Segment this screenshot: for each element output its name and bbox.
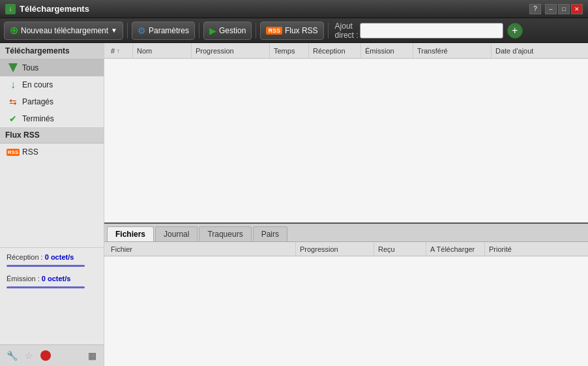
close-button[interactable]: ✕: [571, 4, 583, 14]
help-button[interactable]: ?: [529, 4, 541, 14]
separator-2: [199, 23, 199, 38]
col-emission[interactable]: Émission: [361, 43, 413, 58]
star-icon[interactable]: ☆: [22, 349, 35, 362]
gestion-button[interactable]: ▶ Gestion: [203, 22, 252, 40]
separator-1: [127, 23, 128, 38]
sidebar: Téléchargements Tous ↓ En cours ⇆ Partag…: [0, 43, 104, 366]
sidebar-item-partages[interactable]: ⇆ Partagés: [0, 93, 104, 110]
emission-bar: [7, 286, 85, 288]
sidebar-item-tous-label: Tous: [22, 63, 38, 72]
direct-url-input[interactable]: [360, 23, 503, 38]
content-area: # ↑ Nom Progression Temps Réception Émis…: [104, 43, 588, 366]
sub-table-header: Fichier Progression Reçu A Télécharger P…: [104, 242, 588, 256]
reception-status: Réception : 0 octet/s: [7, 253, 97, 261]
termines-icon: ✔: [8, 114, 18, 124]
title-bar: ↓ Téléchargements ? – □ ✕: [0, 0, 588, 18]
col-reception[interactable]: Réception: [309, 43, 361, 58]
rss-section-title: Flux RSS: [0, 127, 104, 144]
separator-4: [328, 23, 329, 38]
sidebar-item-partages-label: Partagés: [22, 97, 53, 106]
new-download-icon: ⊕: [10, 24, 18, 37]
params-icon: ⚙: [138, 25, 146, 36]
params-button[interactable]: ⚙ Paramètres: [132, 22, 195, 40]
sub-col-progression[interactable]: Progression: [296, 242, 374, 256]
bottom-panel: Fichiers Journal Traqueurs Pairs Fichier…: [104, 222, 588, 366]
col-date[interactable]: Date d'ajout: [492, 43, 585, 58]
separator-3: [256, 23, 256, 38]
new-download-label: Nouveau téléchargement: [21, 26, 108, 35]
sub-col-atelechager[interactable]: A Télécharger: [426, 242, 485, 256]
tous-icon: [8, 63, 18, 73]
ajout-direct-label: Ajout direct :: [335, 22, 359, 40]
sidebar-bottom-icons: 🔧 ☆ ▦: [0, 344, 104, 366]
sub-col-recu[interactable]: Reçu: [374, 242, 426, 256]
rss-button[interactable]: RSS Flux RSS: [260, 22, 323, 40]
sidebar-spacer: [0, 160, 104, 247]
col-progression[interactable]: Progression: [192, 43, 270, 58]
sidebar-item-encours[interactable]: ↓ En cours: [0, 76, 104, 93]
sidebar-item-termines-label: Terminés: [22, 114, 54, 123]
toolbar: ⊕ Nouveau téléchargement ▼ ⚙ Paramètres …: [0, 18, 588, 43]
rss-label: Flux RSS: [285, 26, 318, 35]
dropdown-arrow-icon: ▼: [111, 27, 117, 34]
reception-bar: [7, 265, 85, 267]
col-transfere[interactable]: Transféré: [413, 43, 492, 58]
maximize-button[interactable]: □: [558, 4, 570, 14]
app-title: Téléchargements: [20, 4, 89, 14]
settings-icon[interactable]: 🔧: [5, 349, 18, 362]
sub-col-priorite[interactable]: Priorité: [485, 242, 585, 256]
partages-icon: ⇆: [8, 97, 18, 107]
encours-icon: ↓: [8, 80, 18, 90]
new-download-button[interactable]: ⊕ Nouveau téléchargement ▼: [4, 22, 123, 40]
col-num[interactable]: # ↑: [107, 43, 133, 58]
sidebar-item-termines[interactable]: ✔ Terminés: [0, 110, 104, 127]
minimize-button[interactable]: –: [545, 4, 557, 14]
col-nom[interactable]: Nom: [133, 43, 192, 58]
window-controls: ? – □ ✕: [529, 4, 583, 14]
sidebar-item-rss-label: RSS: [22, 147, 38, 157]
col-temps[interactable]: Temps: [270, 43, 309, 58]
sort-icon: ↑: [117, 48, 120, 54]
telechargements-section-title: Téléchargements: [0, 43, 104, 59]
main-table: # ↑ Nom Progression Temps Réception Émis…: [104, 43, 588, 222]
emission-status: Émission : 0 octet/s: [7, 275, 97, 282]
app-icon: ↓: [5, 4, 16, 14]
rss-small-icon: RSS: [8, 147, 18, 157]
sub-col-fichier[interactable]: Fichier: [107, 242, 296, 256]
main-table-header: # ↑ Nom Progression Temps Réception Émis…: [104, 43, 588, 59]
params-label: Paramètres: [149, 26, 189, 35]
main-area: Téléchargements Tous ↓ En cours ⇆ Partag…: [0, 43, 588, 366]
sidebar-item-encours-label: En cours: [22, 80, 53, 89]
tab-fichiers[interactable]: Fichiers: [107, 226, 154, 241]
sidebar-item-rss[interactable]: RSS RSS: [0, 144, 104, 160]
stop-icon[interactable]: [39, 349, 52, 362]
direct-add-button[interactable]: +: [507, 23, 523, 38]
gestion-icon: ▶: [209, 25, 216, 36]
sub-table-body: [104, 256, 588, 366]
sidebar-status: Réception : 0 octet/s Émission : 0 octet…: [0, 247, 104, 345]
tab-traqueurs[interactable]: Traqueurs: [199, 226, 251, 241]
tab-journal[interactable]: Journal: [155, 226, 198, 241]
rss-icon: RSS: [266, 27, 282, 35]
tabs-bar: Fichiers Journal Traqueurs Pairs: [104, 224, 588, 242]
sidebar-item-tous[interactable]: Tous: [0, 59, 104, 76]
gestion-label: Gestion: [219, 26, 246, 35]
grid-icon[interactable]: ▦: [85, 349, 98, 362]
tab-pairs[interactable]: Pairs: [253, 226, 287, 241]
main-table-body: [104, 59, 588, 222]
tab-fichiers-content: Fichier Progression Reçu A Télécharger P…: [104, 242, 588, 366]
